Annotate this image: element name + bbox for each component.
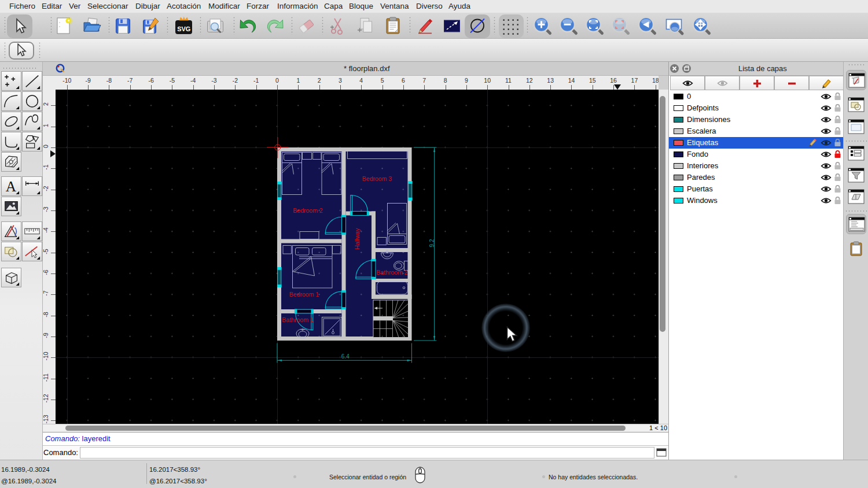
svg-text:6.4: 6.4 <box>341 353 350 360</box>
svg-text:SVG: SVG <box>177 25 190 32</box>
svg-text:9.2: 9.2 <box>429 239 435 247</box>
svg-text:A: A <box>6 178 17 194</box>
